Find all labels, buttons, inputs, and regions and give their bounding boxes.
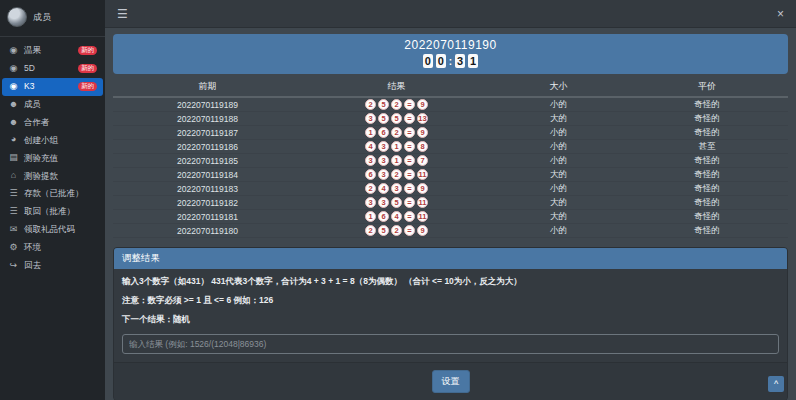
dice-ball: 3 xyxy=(378,197,389,208)
dice-ball: 4 xyxy=(378,183,389,194)
dice-ball: 3 xyxy=(391,183,402,194)
sidebar-item-label: 存款（已批准） xyxy=(24,189,84,198)
sidebar-item-deposits-approved[interactable]: ☰ 存款（已批准） xyxy=(2,185,103,203)
size-cell: 大的 xyxy=(491,113,626,125)
new-badge: 新的 xyxy=(78,46,97,55)
size-cell: 小的 xyxy=(491,155,626,167)
sum-ball: 8 xyxy=(417,141,428,152)
parity-cell: 奇怪的 xyxy=(626,197,788,209)
period-cell: 2022070119188 xyxy=(113,114,302,124)
sidebar-item-5d[interactable]: ◉ 5D 新的 xyxy=(2,60,103,78)
dice-ball: 1 xyxy=(391,141,402,152)
parity-cell: 奇怪的 xyxy=(626,99,788,111)
current-draw-panel: 2022070119190 0 0 : 3 1 xyxy=(113,34,788,74)
size-cell: 小的 xyxy=(491,127,626,139)
top-navbar: ☰ × xyxy=(105,0,796,28)
coins-icon: ◉ xyxy=(8,82,19,92)
sidebar-item-gift-codes[interactable]: ✉ 领取礼品代码 xyxy=(2,221,103,239)
gear-icon: ⚙ xyxy=(8,243,19,253)
sum-ball: 7 xyxy=(417,155,428,166)
countdown-digit: 0 xyxy=(436,54,446,68)
parity-cell: 奇怪的 xyxy=(626,169,788,181)
sidebar-nav: ◉ 温果 新的 ◉ 5D 新的 ◉ K3 新的 ☻ 成员 ☻ 合作者 xyxy=(0,42,105,275)
sum-ball: 11 xyxy=(417,169,428,180)
sidebar-item-label: 温果 xyxy=(24,46,41,55)
period-cell: 2022070119180 xyxy=(113,226,302,236)
sum-ball: 9 xyxy=(417,127,428,138)
sum-ball: 9 xyxy=(417,183,428,194)
dice-ball: 5 xyxy=(378,99,389,110)
new-badge: 新的 xyxy=(78,64,97,73)
set-button[interactable]: 设置 xyxy=(432,370,470,393)
dice-ball: 1 xyxy=(391,155,402,166)
table-row: 2022070119183 243=9 小的 奇怪的 xyxy=(113,182,788,196)
sidebar-item-environment[interactable]: ⚙ 环境 xyxy=(2,239,103,257)
chart-bars-icon: ▤ xyxy=(8,153,19,163)
user-panel[interactable]: 成员 xyxy=(0,0,105,37)
adjust-result-panel: 调整结果 输入3个数字（如431） 431代表3个数字，合计为4 + 3 + 1… xyxy=(113,247,788,400)
sidebar-item-test-withdraw[interactable]: ⌂ 测验提款 xyxy=(2,167,103,185)
result-balls: 632=11 xyxy=(302,169,491,180)
back-to-top-button[interactable]: ^ xyxy=(768,376,784,392)
sidebar-item-label: 取回（批准） xyxy=(24,207,75,216)
dice-ball: 2 xyxy=(391,127,402,138)
sidebar-item-k3[interactable]: ◉ K3 新的 xyxy=(2,78,103,96)
countdown-timer: 0 0 : 3 1 xyxy=(113,54,788,68)
sidebar-item-back[interactable]: ↪ 回去 xyxy=(2,257,103,275)
sidebar: 成员 ◉ 温果 新的 ◉ 5D 新的 ◉ K3 新的 ☻ 成员 xyxy=(0,0,105,400)
size-cell: 小的 xyxy=(491,141,626,153)
result-balls: 331=7 xyxy=(302,155,491,166)
col-header-period: 前期 xyxy=(113,76,302,96)
period-cell: 2022070119185 xyxy=(113,156,302,166)
hamburger-menu-icon[interactable]: ☰ xyxy=(117,8,128,20)
dice-ball: 2 xyxy=(391,225,402,236)
equals-ball: = xyxy=(404,197,415,208)
period-cell: 2022070119187 xyxy=(113,128,302,138)
size-cell: 小的 xyxy=(491,225,626,237)
parity-cell: 奇怪的 xyxy=(626,155,788,167)
coins-icon: ◉ xyxy=(8,64,19,74)
table-row: 2022070119188 355=13 大的 奇怪的 xyxy=(113,112,788,126)
sum-ball: 11 xyxy=(417,197,428,208)
sidebar-item-partners[interactable]: ☻ 合作者 xyxy=(2,114,103,132)
dice-ball: 1 xyxy=(365,127,376,138)
users-icon: ☻ xyxy=(8,118,19,128)
sidebar-item-label: 环境 xyxy=(24,243,41,252)
dice-ball: 5 xyxy=(391,113,402,124)
result-balls: 252=9 xyxy=(302,225,491,236)
sidebar-item-label: 合作者 xyxy=(24,118,50,127)
results-table: 前期 结果 大小 平价 2022070119189 252=9 小的 奇怪的 2… xyxy=(113,76,788,238)
adjust-result-footer: 设置 xyxy=(114,362,787,400)
list-icon: ☰ xyxy=(8,189,19,199)
sidebar-item-wingo[interactable]: ◉ 温果 新的 xyxy=(2,42,103,60)
sidebar-item-members[interactable]: ☻ 成员 xyxy=(2,96,103,114)
dice-ball: 6 xyxy=(378,211,389,222)
parity-cell: 甚至 xyxy=(626,141,788,153)
dice-ball: 5 xyxy=(378,225,389,236)
current-period: 2022070119190 xyxy=(113,38,788,52)
col-header-result: 结果 xyxy=(302,76,491,96)
period-cell: 2022070119182 xyxy=(113,198,302,208)
dice-ball: 2 xyxy=(391,169,402,180)
dice-ball: 6 xyxy=(365,169,376,180)
table-row: 2022070119180 252=9 小的 奇怪的 xyxy=(113,224,788,238)
content: 2022070119190 0 0 : 3 1 前期 结果 大小 平价 xyxy=(105,28,796,400)
equals-ball: = xyxy=(404,225,415,236)
result-input[interactable] xyxy=(122,334,779,354)
sidebar-item-label: 创建小组 xyxy=(24,136,58,145)
table-row: 2022070119185 331=7 小的 奇怪的 xyxy=(113,154,788,168)
sidebar-item-test-recharge[interactable]: ▤ 测验充值 xyxy=(2,149,103,167)
instruction-line-2: 注意：数字必须 >= 1 且 <= 6 例如：126 xyxy=(122,295,779,306)
next-result-line: 下一个结果：随机 xyxy=(122,314,779,325)
sidebar-item-label: 测验充值 xyxy=(24,154,58,163)
fullscreen-icon[interactable]: × xyxy=(777,8,784,20)
period-cell: 2022070119183 xyxy=(113,184,302,194)
adjust-result-body: 输入3个数字（如431） 431代表3个数字，合计为4 + 3 + 1 = 8（… xyxy=(114,269,787,362)
result-balls: 243=9 xyxy=(302,183,491,194)
pie-chart-icon: ◕ xyxy=(8,135,19,145)
sidebar-item-create-group[interactable]: ◕ 创建小组 xyxy=(2,131,103,149)
equals-ball: = xyxy=(404,169,415,180)
equals-ball: = xyxy=(404,127,415,138)
sidebar-item-withdrawals-approved[interactable]: ☰ 取回（批准） xyxy=(2,203,103,221)
dice-ball: 1 xyxy=(365,211,376,222)
